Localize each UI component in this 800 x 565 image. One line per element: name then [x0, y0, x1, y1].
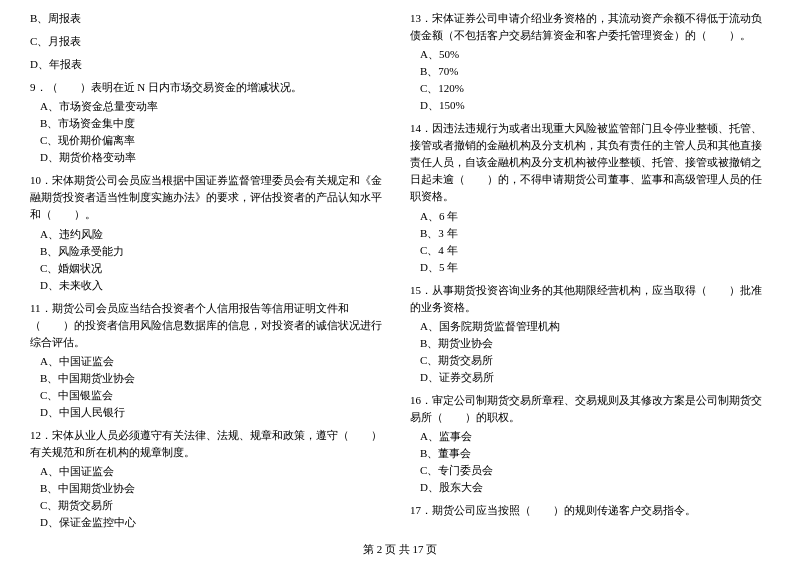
- question-16-text: 16．审定公司制期货交易所章程、交易规则及其修改方案是公司制期货交易所（ ）的职…: [410, 392, 770, 426]
- question-15-options: A、国务院期货监督管理机构 B、期货业协会 C、期货交易所 D、证券交易所: [410, 318, 770, 386]
- option-item: A、监事会: [420, 428, 770, 445]
- question-11-text: 11．期货公司会员应当结合投资者个人信用报告等信用证明文件和（ ）的投资者信用风…: [30, 300, 390, 351]
- option-item: A、50%: [420, 46, 770, 63]
- option-item: D、期货价格变动率: [40, 149, 390, 166]
- question-13-text: 13．宋体证券公司申请介绍业务资格的，其流动资产余额不得低于流动负债金额（不包括…: [410, 10, 770, 44]
- page: B、周报表 C、月报表 D、年报表 9．（ ）表明在近 N 日内市场交易资金的增…: [0, 0, 800, 565]
- option-item: A、违约风险: [40, 226, 390, 243]
- question-11: 11．期货公司会员应当结合投资者个人信用报告等信用证明文件和（ ）的投资者信用风…: [30, 300, 390, 421]
- option-item: A、中国证监会: [40, 463, 390, 480]
- option-item: D、未来收入: [40, 277, 390, 294]
- option-item: D、证券交易所: [420, 369, 770, 386]
- option-text: D、年报表: [30, 56, 390, 73]
- question-12-text: 12．宋体从业人员必须遵守有关法律、法规、规章和政策，遵守（ ）有关规范和所在机…: [30, 427, 390, 461]
- content-columns: B、周报表 C、月报表 D、年报表 9．（ ）表明在近 N 日内市场交易资金的增…: [30, 10, 770, 537]
- question-14-text: 14．因违法违规行为或者出现重大风险被监管部门且令停业整顿、托管、接管或者撤销的…: [410, 120, 770, 205]
- option-item: D、150%: [420, 97, 770, 114]
- question-9-options: A、市场资金总量变动率 B、市场资金集中度 C、现价期价偏离率 D、期货价格变动…: [30, 98, 390, 166]
- page-number: 第 2 页 共 17 页: [363, 543, 437, 555]
- question-13-options: A、50% B、70% C、120% D、150%: [410, 46, 770, 114]
- option-item: B、3 年: [420, 225, 770, 242]
- question-14: 14．因违法违规行为或者出现重大风险被监管部门且令停业整顿、托管、接管或者撤销的…: [410, 120, 770, 275]
- option-item: B、市场资金集中度: [40, 115, 390, 132]
- question-15: 15．从事期货投资咨询业务的其他期限经营机构，应当取得（ ）批准的业务资格。 A…: [410, 282, 770, 386]
- option-item: C、4 年: [420, 242, 770, 259]
- question-9-text: 9．（ ）表明在近 N 日内市场交易资金的增减状况。: [30, 79, 390, 96]
- right-column: 13．宋体证券公司申请介绍业务资格的，其流动资产余额不得低于流动负债金额（不包括…: [410, 10, 770, 537]
- question-16: 16．审定公司制期货交易所章程、交易规则及其修改方案是公司制期货交易所（ ）的职…: [410, 392, 770, 496]
- question-9: 9．（ ）表明在近 N 日内市场交易资金的增减状况。 A、市场资金总量变动率 B…: [30, 79, 390, 166]
- question-10-text: 10．宋体期货公司会员应当根据中国证券监督管理委员会有关规定和《金融期货投资者适…: [30, 172, 390, 223]
- option-text: C、月报表: [30, 33, 390, 50]
- question-10: 10．宋体期货公司会员应当根据中国证券监督管理委员会有关规定和《金融期货投资者适…: [30, 172, 390, 293]
- option-c-monthly: C、月报表: [30, 33, 390, 50]
- option-text: B、周报表: [30, 10, 390, 27]
- option-item: A、6 年: [420, 208, 770, 225]
- option-b-weekly: B、周报表: [30, 10, 390, 27]
- option-item: A、市场资金总量变动率: [40, 98, 390, 115]
- question-17-text: 17．期货公司应当按照（ ）的规则传递客户交易指令。: [410, 502, 770, 519]
- option-item: C、现价期价偏离率: [40, 132, 390, 149]
- option-item: C、期货交易所: [40, 497, 390, 514]
- left-column: B、周报表 C、月报表 D、年报表 9．（ ）表明在近 N 日内市场交易资金的增…: [30, 10, 390, 537]
- option-item: D、保证金监控中心: [40, 514, 390, 531]
- option-item: D、股东大会: [420, 479, 770, 496]
- question-11-options: A、中国证监会 B、中国期货业协会 C、中国银监会 D、中国人民银行: [30, 353, 390, 421]
- question-10-options: A、违约风险 B、风险承受能力 C、婚姻状况 D、未来收入: [30, 226, 390, 294]
- question-14-options: A、6 年 B、3 年 C、4 年 D、5 年: [410, 208, 770, 276]
- option-item: C、期货交易所: [420, 352, 770, 369]
- option-item: C、专门委员会: [420, 462, 770, 479]
- option-d-annual: D、年报表: [30, 56, 390, 73]
- question-13: 13．宋体证券公司申请介绍业务资格的，其流动资产余额不得低于流动负债金额（不包括…: [410, 10, 770, 114]
- question-15-text: 15．从事期货投资咨询业务的其他期限经营机构，应当取得（ ）批准的业务资格。: [410, 282, 770, 316]
- option-item: B、董事会: [420, 445, 770, 462]
- option-item: C、120%: [420, 80, 770, 97]
- option-item: D、中国人民银行: [40, 404, 390, 421]
- option-item: C、婚姻状况: [40, 260, 390, 277]
- option-item: B、70%: [420, 63, 770, 80]
- option-item: C、中国银监会: [40, 387, 390, 404]
- option-item: B、中国期货业协会: [40, 480, 390, 497]
- question-12: 12．宋体从业人员必须遵守有关法律、法规、规章和政策，遵守（ ）有关规范和所在机…: [30, 427, 390, 531]
- question-16-options: A、监事会 B、董事会 C、专门委员会 D、股东大会: [410, 428, 770, 496]
- option-item: D、5 年: [420, 259, 770, 276]
- option-item: A、国务院期货监督管理机构: [420, 318, 770, 335]
- question-12-options: A、中国证监会 B、中国期货业协会 C、期货交易所 D、保证金监控中心: [30, 463, 390, 531]
- option-item: B、中国期货业协会: [40, 370, 390, 387]
- question-17: 17．期货公司应当按照（ ）的规则传递客户交易指令。: [410, 502, 770, 519]
- option-item: B、风险承受能力: [40, 243, 390, 260]
- page-footer: 第 2 页 共 17 页: [0, 542, 800, 557]
- option-item: B、期货业协会: [420, 335, 770, 352]
- option-item: A、中国证监会: [40, 353, 390, 370]
